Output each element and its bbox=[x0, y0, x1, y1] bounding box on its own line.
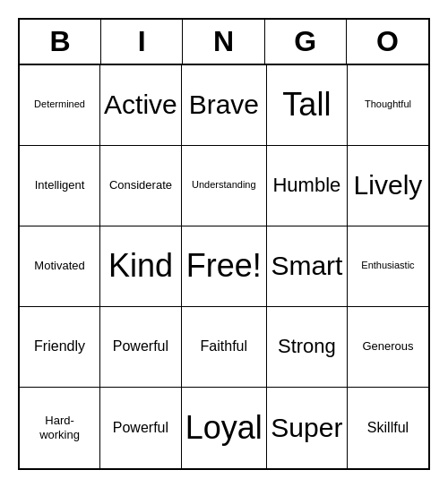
bingo-cell-24: Skillful bbox=[348, 388, 428, 468]
bingo-cell-4: Thoughtful bbox=[348, 65, 428, 146]
bingo-cell-6: Considerate bbox=[100, 146, 182, 226]
bingo-grid: DeterminedActiveBraveTallThoughtfulIntel… bbox=[20, 65, 428, 468]
bingo-cell-18: Strong bbox=[267, 307, 348, 388]
bingo-cell-12: Free! bbox=[182, 226, 267, 307]
bingo-cell-21: Powerful bbox=[100, 388, 182, 468]
bingo-cell-7: Understanding bbox=[182, 146, 267, 226]
bingo-cell-10: Motivated bbox=[20, 226, 100, 307]
bingo-cell-20: Hard-working bbox=[20, 388, 100, 468]
bingo-cell-15: Friendly bbox=[20, 307, 100, 388]
bingo-cell-16: Powerful bbox=[100, 307, 182, 388]
bingo-cell-11: Kind bbox=[100, 226, 182, 307]
bingo-cell-23: Super bbox=[267, 388, 348, 468]
bingo-cell-14: Enthusiastic bbox=[348, 226, 428, 307]
header-letter-i: I bbox=[101, 20, 183, 64]
header-letter-n: N bbox=[183, 20, 264, 64]
bingo-cell-3: Tall bbox=[267, 65, 348, 146]
bingo-cell-0: Determined bbox=[20, 65, 100, 146]
header-letter-b: B bbox=[20, 20, 101, 64]
bingo-header: BINGO bbox=[20, 20, 428, 65]
bingo-card: BINGO DeterminedActiveBraveTallThoughtfu… bbox=[18, 18, 430, 470]
bingo-cell-5: Intelligent bbox=[20, 146, 100, 226]
header-letter-o: O bbox=[347, 20, 428, 64]
bingo-cell-1: Active bbox=[100, 65, 182, 146]
bingo-cell-8: Humble bbox=[267, 146, 348, 226]
bingo-cell-13: Smart bbox=[267, 226, 348, 307]
header-letter-g: G bbox=[265, 20, 347, 64]
bingo-cell-17: Faithful bbox=[182, 307, 267, 388]
bingo-cell-2: Brave bbox=[182, 65, 267, 146]
bingo-cell-19: Generous bbox=[348, 307, 428, 388]
bingo-cell-22: Loyal bbox=[182, 388, 267, 468]
bingo-cell-9: Lively bbox=[348, 146, 428, 226]
